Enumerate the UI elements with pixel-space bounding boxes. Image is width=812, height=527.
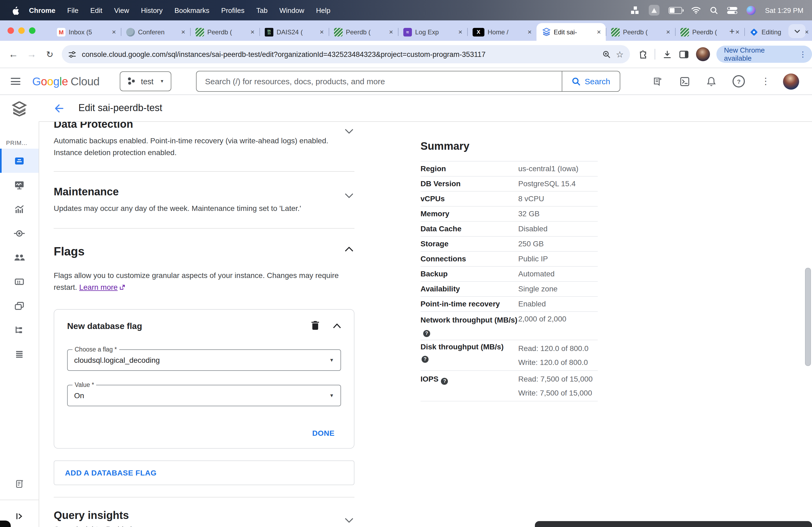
help-icon[interactable]: ? xyxy=(422,356,429,363)
tab-peerdb-1[interactable]: Peerdb ( × xyxy=(190,23,259,41)
tab-dais[interactable]: DAIS DAIS24 ( × xyxy=(259,23,329,41)
address-bar[interactable]: console.cloud.google.com/sql/instances/s… xyxy=(62,45,630,63)
download-icon[interactable] xyxy=(663,50,672,59)
menu-window[interactable]: Window xyxy=(279,6,305,14)
collapse-section-icon[interactable] xyxy=(345,247,353,252)
tab-log-explorer[interactable]: ≈ Log Exp × xyxy=(398,23,467,41)
header-more-icon[interactable]: ⋮ xyxy=(761,76,770,87)
cloud-search-button[interactable]: Search xyxy=(562,71,620,92)
expand-section-icon[interactable] xyxy=(345,129,353,134)
url-text[interactable]: console.cloud.google.com/sql/instances/s… xyxy=(82,50,597,58)
project-selector[interactable]: test ▼ xyxy=(120,71,171,91)
menubar-app-icon[interactable] xyxy=(649,5,660,16)
chrome-update-button[interactable]: New Chrome available ⋮ xyxy=(716,46,812,63)
tab-peerdb-2[interactable]: Peerdb ( × xyxy=(329,23,398,41)
cloud-shell-icon[interactable] xyxy=(680,76,690,87)
browser-profile-avatar[interactable] xyxy=(696,47,710,61)
sidebar-item-overview[interactable] xyxy=(0,149,39,173)
sidebar-item-connections[interactable] xyxy=(0,221,39,245)
cloud-search-field[interactable] xyxy=(196,71,562,92)
cloud-sql-sidebar: PRIM... xyxy=(0,95,39,527)
add-database-flag-button[interactable]: ADD A DATABASE FLAG xyxy=(54,461,354,485)
google-cloud-logo[interactable]: GoogleCloud xyxy=(32,75,100,88)
close-window-button[interactable] xyxy=(8,27,14,34)
cloud-search-input[interactable] xyxy=(204,76,554,86)
menu-profiles[interactable]: Profiles xyxy=(221,6,245,14)
bookmark-star-icon[interactable]: ☆ xyxy=(616,49,624,59)
menu-tab[interactable]: Tab xyxy=(257,6,268,14)
forward-icon[interactable]: → xyxy=(27,48,37,60)
close-icon[interactable]: × xyxy=(318,28,325,36)
hamburger-menu-icon[interactable] xyxy=(11,76,20,87)
new-tab-button[interactable]: + xyxy=(725,25,739,39)
sidebar-item-backups[interactable] xyxy=(0,293,39,318)
sidebar-item-replicas[interactable] xyxy=(0,318,39,342)
done-button[interactable]: DONE xyxy=(312,429,335,437)
release-notes-icon[interactable] xyxy=(653,76,664,87)
tab-overflow-button[interactable] xyxy=(788,24,806,38)
more-menu-icon[interactable]: ⋮ xyxy=(797,50,809,59)
flag-value-select[interactable]: Value * On ▼ xyxy=(67,385,341,406)
tabs: M Inbox (5 × Conferen × Peerdb ( × DAIS … xyxy=(52,23,812,41)
close-icon[interactable]: × xyxy=(457,28,464,36)
delete-flag-icon[interactable] xyxy=(311,320,320,330)
menu-bar-clock[interactable]: Sat 1:29 PM xyxy=(765,6,803,14)
help-icon[interactable]: ? xyxy=(733,75,745,88)
help-icon[interactable]: ? xyxy=(423,330,430,337)
tab-peerdb-3[interactable]: Peerdb ( × xyxy=(606,23,675,41)
tab-conference[interactable]: Conferen × xyxy=(121,23,190,41)
query-insights-icon xyxy=(14,204,25,214)
notifications-bell-icon[interactable] xyxy=(707,76,717,87)
apple-logo-icon[interactable] xyxy=(12,6,19,15)
sidebar-item-system-insights[interactable] xyxy=(0,173,39,197)
account-avatar[interactable] xyxy=(783,73,799,89)
sidebar-item-users[interactable] xyxy=(0,245,39,269)
dais-icon: DAIS xyxy=(265,28,273,36)
battery-icon[interactable] xyxy=(669,7,682,14)
choose-flag-select[interactable]: Choose a flag * cloudsql.logical_decodin… xyxy=(67,349,341,371)
expand-section-icon[interactable] xyxy=(345,518,353,523)
close-icon[interactable]: × xyxy=(526,28,533,36)
extensions-icon[interactable] xyxy=(637,49,647,59)
vertical-scrollbar[interactable] xyxy=(805,268,811,366)
learn-more-link[interactable]: Learn more xyxy=(79,283,118,291)
side-panel-icon[interactable] xyxy=(679,50,688,58)
zoom-in-icon[interactable] xyxy=(603,50,611,58)
sidebar-item-operations[interactable] xyxy=(0,342,39,366)
reload-icon[interactable]: ↻ xyxy=(46,49,54,59)
close-icon[interactable]: × xyxy=(595,28,603,36)
menu-view[interactable]: View xyxy=(114,6,129,14)
summary-row: vCPUs8 vCPU xyxy=(420,192,598,207)
wifi-icon[interactable] xyxy=(692,6,701,14)
sidebar-item-query-insights[interactable] xyxy=(0,197,39,221)
menu-edit[interactable]: Edit xyxy=(90,6,102,14)
tab-edit-sai-active[interactable]: Edit sai- × xyxy=(536,23,606,41)
tab-x-home[interactable]: X Home / × xyxy=(467,23,536,41)
close-icon[interactable]: × xyxy=(388,28,395,36)
close-icon[interactable]: × xyxy=(110,28,118,36)
menu-bookmarks[interactable]: Bookmarks xyxy=(175,6,209,14)
menu-help[interactable]: Help xyxy=(316,6,331,14)
expand-section-icon[interactable] xyxy=(345,193,353,198)
menu-file[interactable]: File xyxy=(67,6,78,14)
site-settings-icon[interactable] xyxy=(69,50,76,58)
siri-icon[interactable] xyxy=(747,6,756,15)
maximize-window-button[interactable] xyxy=(29,27,35,34)
back-icon[interactable]: ← xyxy=(9,48,18,60)
system-insights-icon xyxy=(14,180,25,190)
window-grid-icon[interactable] xyxy=(631,6,640,14)
menu-history[interactable]: History xyxy=(141,6,163,14)
help-icon[interactable]: ? xyxy=(441,378,448,385)
control-center-icon[interactable] xyxy=(727,7,738,14)
sidebar-item-release-notes[interactable] xyxy=(0,473,39,494)
close-icon[interactable]: × xyxy=(665,28,672,36)
sidebar-item-databases[interactable] xyxy=(0,269,39,293)
tab-inbox[interactable]: M Inbox (5 × xyxy=(52,23,121,41)
close-icon[interactable]: × xyxy=(249,28,256,36)
back-arrow-icon[interactable] xyxy=(54,103,64,114)
close-icon[interactable]: × xyxy=(180,28,187,36)
spotlight-search-icon[interactable] xyxy=(710,6,718,14)
collapse-card-icon[interactable] xyxy=(333,323,341,328)
minimize-window-button[interactable] xyxy=(18,27,25,34)
menu-app-name[interactable]: Chrome xyxy=(29,6,55,14)
